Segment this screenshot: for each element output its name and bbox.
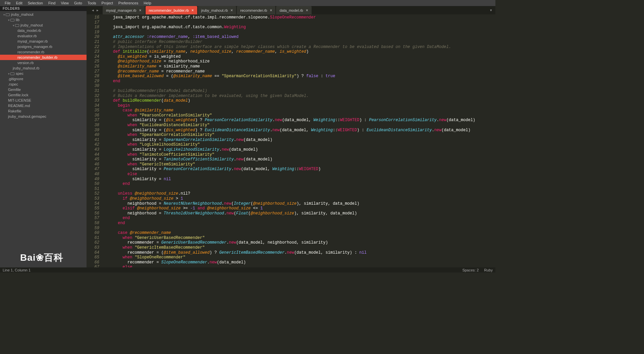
chevron-down-icon (8, 18, 10, 22)
close-icon[interactable]: × (139, 8, 142, 13)
file-version-rb[interactable]: version.rb (0, 60, 87, 65)
tab-label: recommender_builder.rb (149, 8, 189, 12)
file-jruby-mahout-rb[interactable]: jruby_mahout.rb (0, 65, 87, 71)
chevron-down-icon (3, 12, 6, 16)
tree-label: version.rb (17, 61, 34, 65)
file-rakefile[interactable]: Rakefile (0, 108, 87, 114)
tab-prev-icon[interactable]: ◂ (91, 8, 95, 12)
close-icon[interactable]: × (270, 8, 272, 13)
status-spaces[interactable]: Spaces: 2 (462, 268, 479, 272)
tab-label: jruby_mahout.rb (201, 8, 228, 12)
tree-label: README.md (8, 104, 30, 108)
folder-icon (15, 24, 19, 27)
folder-lib[interactable]: lib (0, 17, 87, 22)
file-gemfile[interactable]: Gemfile (0, 87, 87, 92)
folder-jruby-mahout[interactable]: jruby_mahout (0, 12, 87, 17)
menu-project[interactable]: Project (99, 0, 116, 6)
tree-label: mysql_manager.rb (17, 39, 48, 43)
file-readme-md[interactable]: README.md (0, 103, 87, 108)
status-language[interactable]: Ruby (484, 268, 493, 272)
file-jruby-mahout-gemspec[interactable]: jruby_mahout.gemspec (0, 114, 87, 119)
menu-view[interactable]: View (58, 0, 71, 6)
tree-label: lib (16, 18, 19, 22)
tab-jruby-mahout-rb[interactable]: jruby_mahout.rb× (198, 6, 236, 14)
tab-recommender-builder-rb[interactable]: recommender_builder.rb× (146, 6, 197, 14)
tree-label: spec (16, 71, 23, 75)
menu-tools[interactable]: Tools (85, 0, 99, 6)
tree-label: MIT-LICENSE (8, 98, 31, 102)
tree-label: jruby_mahout (11, 12, 34, 16)
file-gemfile-lock[interactable]: Gemfile.lock (0, 92, 87, 98)
tree-label: jruby_mahout.rb (13, 66, 40, 70)
tree-label: recommender.rb (17, 50, 44, 54)
tab-mysql-manager-rb[interactable]: mysql_manager.rb× (103, 6, 145, 14)
tree-label: Rakefile (8, 109, 21, 113)
file--rspec[interactable]: .rspec (0, 82, 87, 87)
tab-bar: ◂ ▸ mysql_manager.rb×recommender_builder… (87, 6, 495, 14)
menu-preferences[interactable]: Preferences (116, 0, 141, 6)
tab-overflow-icon[interactable]: ▾ (487, 6, 495, 14)
file-recommender-builder-rb[interactable]: recommender_builder.rb (0, 55, 87, 60)
status-cursor[interactable]: Line 1, Column 1 (3, 268, 31, 272)
folder-icon (10, 72, 14, 75)
line-gutter: 1617181920212223242526272829303132333435… (87, 14, 103, 267)
folder-icon (10, 19, 14, 21)
file-recommender-rb[interactable]: recommender.rb (0, 49, 87, 55)
tree-label: jruby_mahout (20, 23, 43, 27)
file--gitignore[interactable]: .gitignore (0, 76, 87, 82)
code-editor[interactable]: 1617181920212223242526272829303132333435… (87, 14, 495, 267)
tab-label: mysql_manager.rb (106, 8, 137, 12)
menu-find[interactable]: Find (46, 0, 58, 6)
menu-edit[interactable]: Edit (13, 0, 25, 6)
tree-label: data_model.rb (17, 29, 41, 33)
close-icon[interactable]: × (192, 8, 194, 13)
tab-data-model-rb[interactable]: data_model.rb× (276, 6, 311, 14)
folder-icon (6, 13, 10, 16)
tree-label: Gemfile (8, 88, 21, 92)
tab-next-icon[interactable]: ▸ (95, 8, 100, 12)
sidebar-header: FOLDERS (0, 6, 87, 11)
tree-label: evaluator.rb (17, 34, 37, 38)
tree-label: Gemfile.lock (8, 93, 29, 97)
tree-label: recommender_builder.rb (17, 55, 57, 59)
chevron-down-icon (8, 71, 10, 75)
file-data-model-rb[interactable]: data_model.rb (0, 28, 87, 33)
watermark: Bai❀百科 (20, 251, 63, 264)
menu-help[interactable]: Help (141, 0, 154, 6)
status-bar: Line 1, Column 1 Spaces: 2 Ruby (0, 267, 495, 272)
tab-label: data_model.rb (279, 8, 303, 12)
menu-goto[interactable]: Goto (71, 0, 85, 6)
close-icon[interactable]: × (230, 8, 233, 13)
folder-tree: jruby_mahoutlibjruby_mahoutdata_model.rb… (0, 11, 87, 119)
folder-jruby-mahout[interactable]: jruby_mahout (0, 22, 87, 28)
file-mit-license[interactable]: MIT-LICENSE (0, 98, 87, 103)
tab-nav: ◂ ▸ (89, 6, 102, 14)
close-icon[interactable]: × (306, 8, 308, 13)
tree-label: .gitignore (8, 77, 23, 81)
menu-selection[interactable]: Selection (25, 0, 46, 6)
tree-label: jruby_mahout.gemspec (8, 114, 46, 118)
chevron-down-icon (13, 23, 15, 27)
menu-bar: FileEditSelectionFindViewGotoToolsProjec… (0, 0, 495, 6)
folder-spec[interactable]: spec (0, 71, 87, 76)
menu-file[interactable]: File (2, 0, 13, 6)
sidebar: FOLDERS jruby_mahoutlibjruby_mahoutdata_… (0, 6, 87, 267)
file-postgres-manager-rb[interactable]: postgres_manager.rb (0, 44, 87, 49)
file-evaluator-rb[interactable]: evaluator.rb (0, 33, 87, 39)
tree-label: .rspec (8, 82, 18, 86)
editor-area: ◂ ▸ mysql_manager.rb×recommender_builder… (87, 6, 495, 267)
file-mysql-manager-rb[interactable]: mysql_manager.rb (0, 39, 87, 44)
code-content[interactable]: java_import org.apache.mahout.cf.taste.i… (103, 14, 495, 267)
tab-label: recommender.rb (240, 8, 267, 12)
tree-label: postgres_manager.rb (17, 45, 52, 49)
tab-recommender-rb[interactable]: recommender.rb× (237, 6, 275, 14)
